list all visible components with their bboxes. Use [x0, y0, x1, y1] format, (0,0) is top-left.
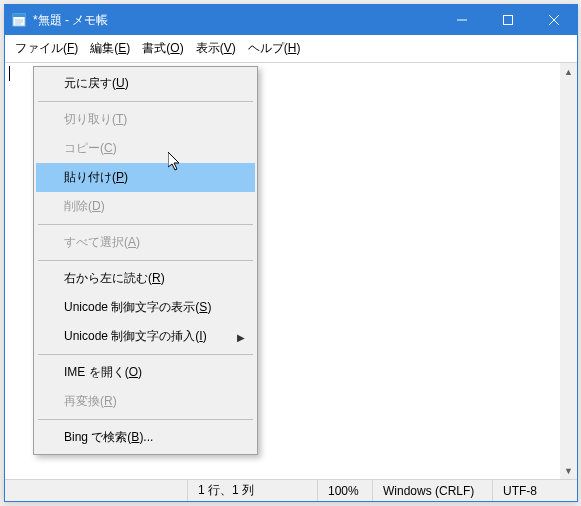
menubar: ファイル(F) 編集(E) 書式(O) 表示(V) ヘルプ(H) — [5, 35, 577, 63]
ctx-rtl[interactable]: 右から左に読む(R) — [36, 264, 255, 293]
maximize-button[interactable] — [485, 5, 531, 35]
window-title: *無題 - メモ帳 — [33, 12, 439, 29]
window-controls — [439, 5, 577, 35]
scroll-up-icon[interactable]: ▲ — [560, 63, 577, 80]
ctx-open-ime[interactable]: IME を開く(O) — [36, 358, 255, 387]
menu-format[interactable]: 書式(O) — [136, 37, 189, 60]
ctx-insert-unicode[interactable]: Unicode 制御文字の挿入(I) ▶ — [36, 322, 255, 351]
context-menu: 元に戻す(U) 切り取り(T) コピー(C) 貼り付け(P) 削除(D) すべて… — [33, 66, 258, 455]
menu-edit[interactable]: 編集(E) — [84, 37, 136, 60]
ctx-undo[interactable]: 元に戻す(U) — [36, 69, 255, 98]
ctx-separator — [38, 101, 253, 102]
ctx-delete[interactable]: 削除(D) — [36, 192, 255, 221]
submenu-arrow-icon: ▶ — [237, 331, 245, 342]
menu-help[interactable]: ヘルプ(H) — [242, 37, 307, 60]
svg-rect-6 — [504, 16, 513, 25]
status-zoom: 100% — [317, 480, 372, 501]
menu-view[interactable]: 表示(V) — [190, 37, 242, 60]
ctx-select-all[interactable]: すべて選択(A) — [36, 228, 255, 257]
ctx-separator — [38, 260, 253, 261]
ctx-separator — [38, 419, 253, 420]
status-position: 1 行、1 列 — [187, 480, 317, 501]
status-line-ending: Windows (CRLF) — [372, 480, 492, 501]
ctx-insert-unicode-label: Unicode 制御文字の挿入(I) — [64, 329, 207, 343]
ctx-copy[interactable]: コピー(C) — [36, 134, 255, 163]
ctx-reconvert[interactable]: 再変換(R) — [36, 387, 255, 416]
notepad-icon — [11, 12, 27, 28]
status-spacer — [5, 480, 187, 501]
statusbar: 1 行、1 列 100% Windows (CRLF) UTF-8 — [5, 479, 577, 501]
ctx-show-unicode[interactable]: Unicode 制御文字の表示(S) — [36, 293, 255, 322]
menu-file[interactable]: ファイル(F) — [9, 37, 84, 60]
minimize-button[interactable] — [439, 5, 485, 35]
ctx-bing-search[interactable]: Bing で検索(B)... — [36, 423, 255, 452]
scroll-down-icon[interactable]: ▼ — [560, 462, 577, 479]
status-encoding: UTF-8 — [492, 480, 577, 501]
vertical-scrollbar[interactable]: ▲ ▼ — [560, 63, 577, 479]
ctx-cut[interactable]: 切り取り(T) — [36, 105, 255, 134]
text-caret — [9, 66, 10, 81]
svg-rect-1 — [13, 14, 25, 17]
ctx-separator — [38, 354, 253, 355]
ctx-separator — [38, 224, 253, 225]
titlebar[interactable]: *無題 - メモ帳 — [5, 5, 577, 35]
close-button[interactable] — [531, 5, 577, 35]
ctx-paste[interactable]: 貼り付け(P) — [36, 163, 255, 192]
